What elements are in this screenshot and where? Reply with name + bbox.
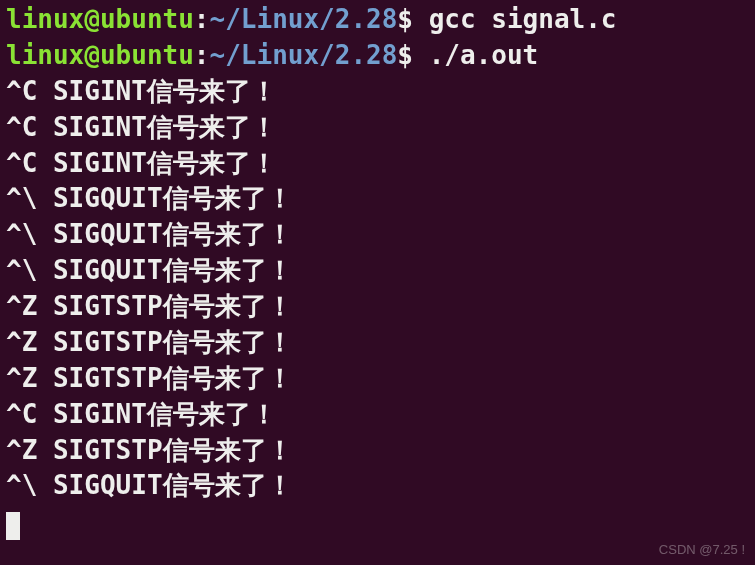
- output-line: ^Z SIGTSTP信号来了！: [6, 361, 749, 397]
- output-line: ^\ SIGQUIT信号来了！: [6, 468, 749, 504]
- prompt-symbol: $: [397, 40, 413, 70]
- output-line: ^C SIGINT信号来了！: [6, 397, 749, 433]
- path: ~/Linux/2.28: [210, 4, 398, 34]
- output-line: ^\ SIGQUIT信号来了！: [6, 253, 749, 289]
- colon: :: [194, 40, 210, 70]
- command-2[interactable]: ./a.out: [429, 40, 539, 70]
- output-line: ^C SIGINT信号来了！: [6, 110, 749, 146]
- output-line: ^C SIGINT信号来了！: [6, 146, 749, 182]
- output-line: ^Z SIGTSTP信号来了！: [6, 325, 749, 361]
- cursor-icon: [6, 512, 20, 540]
- output-line: ^Z SIGTSTP信号来了！: [6, 433, 749, 469]
- prompt-line-2: linux@ubuntu:~/Linux/2.28$ ./a.out: [6, 38, 749, 74]
- colon: :: [194, 4, 210, 34]
- hostname: ubuntu: [100, 4, 194, 34]
- output-line: ^Z SIGTSTP信号来了！: [6, 289, 749, 325]
- output-line: ^C SIGINT信号来了！: [6, 74, 749, 110]
- output-line: ^\ SIGQUIT信号来了！: [6, 181, 749, 217]
- watermark: CSDN @7.25 !: [659, 541, 745, 559]
- output-line: ^\ SIGQUIT信号来了！: [6, 217, 749, 253]
- hostname: ubuntu: [100, 40, 194, 70]
- user: linux: [6, 4, 84, 34]
- cursor-line[interactable]: [6, 504, 749, 540]
- prompt-line-1: linux@ubuntu:~/Linux/2.28$ gcc signal.c: [6, 2, 749, 38]
- prompt-symbol: $: [397, 4, 413, 34]
- path: ~/Linux/2.28: [210, 40, 398, 70]
- command-1[interactable]: gcc signal.c: [429, 4, 617, 34]
- user: linux: [6, 40, 84, 70]
- at-sign: @: [84, 40, 100, 70]
- at-sign: @: [84, 4, 100, 34]
